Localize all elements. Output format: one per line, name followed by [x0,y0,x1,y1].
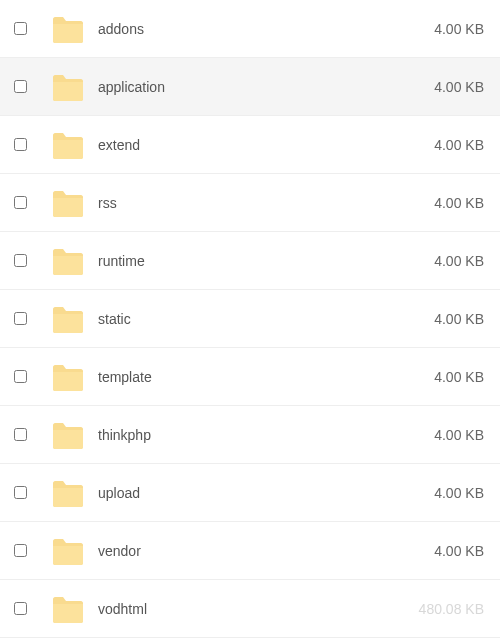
checkbox-cell [14,196,44,209]
icon-cell [44,537,92,565]
icon-cell [44,247,92,275]
file-size: 4.00 KB [398,79,488,95]
folder-icon [51,479,85,507]
file-row[interactable]: rss 4.00 KB [0,174,500,232]
file-size: 4.00 KB [398,485,488,501]
icon-cell [44,421,92,449]
row-checkbox[interactable] [14,370,27,383]
file-row[interactable]: upload 4.00 KB [0,464,500,522]
file-row[interactable]: application 4.00 KB [0,58,500,116]
folder-icon [51,131,85,159]
file-size: 4.00 KB [398,195,488,211]
checkbox-cell [14,254,44,267]
checkbox-cell [14,486,44,499]
checkbox-cell [14,544,44,557]
file-name[interactable]: template [92,369,398,385]
folder-icon [51,421,85,449]
file-row[interactable]: vodhtml 480.08 KB [0,580,500,638]
row-checkbox[interactable] [14,254,27,267]
folder-icon [51,537,85,565]
checkbox-cell [14,22,44,35]
folder-icon [51,305,85,333]
file-name[interactable]: runtime [92,253,398,269]
icon-cell [44,15,92,43]
file-size: 4.00 KB [398,427,488,443]
row-checkbox[interactable] [14,80,27,93]
checkbox-cell [14,602,44,615]
file-list: addons 4.00 KB application 4.00 KB exten… [0,0,500,638]
row-checkbox[interactable] [14,486,27,499]
file-name[interactable]: application [92,79,398,95]
file-row[interactable]: thinkphp 4.00 KB [0,406,500,464]
checkbox-cell [14,80,44,93]
file-size: 4.00 KB [398,311,488,327]
row-checkbox[interactable] [14,138,27,151]
folder-icon [51,595,85,623]
folder-icon [51,73,85,101]
file-row[interactable]: template 4.00 KB [0,348,500,406]
file-size: 4.00 KB [398,369,488,385]
icon-cell [44,363,92,391]
icon-cell [44,595,92,623]
icon-cell [44,73,92,101]
file-name[interactable]: static [92,311,398,327]
row-checkbox[interactable] [14,22,27,35]
file-name[interactable]: addons [92,21,398,37]
file-size: 4.00 KB [398,21,488,37]
icon-cell [44,189,92,217]
checkbox-cell [14,428,44,441]
folder-icon [51,363,85,391]
icon-cell [44,479,92,507]
file-name[interactable]: rss [92,195,398,211]
file-size: 4.00 KB [398,543,488,559]
icon-cell [44,131,92,159]
folder-icon [51,15,85,43]
row-checkbox[interactable] [14,312,27,325]
checkbox-cell [14,138,44,151]
file-name[interactable]: vodhtml [92,601,398,617]
file-row[interactable]: addons 4.00 KB [0,0,500,58]
file-size: 4.00 KB [398,253,488,269]
file-row[interactable]: extend 4.00 KB [0,116,500,174]
row-checkbox[interactable] [14,196,27,209]
checkbox-cell [14,312,44,325]
checkbox-cell [14,370,44,383]
file-row[interactable]: runtime 4.00 KB [0,232,500,290]
file-size: 4.00 KB [398,137,488,153]
folder-icon [51,189,85,217]
file-name[interactable]: vendor [92,543,398,559]
file-row[interactable]: static 4.00 KB [0,290,500,348]
folder-icon [51,247,85,275]
file-row[interactable]: vendor 4.00 KB [0,522,500,580]
row-checkbox[interactable] [14,428,27,441]
file-name[interactable]: extend [92,137,398,153]
file-name[interactable]: thinkphp [92,427,398,443]
row-checkbox[interactable] [14,602,27,615]
file-size: 480.08 KB [398,601,488,617]
icon-cell [44,305,92,333]
file-name[interactable]: upload [92,485,398,501]
row-checkbox[interactable] [14,544,27,557]
